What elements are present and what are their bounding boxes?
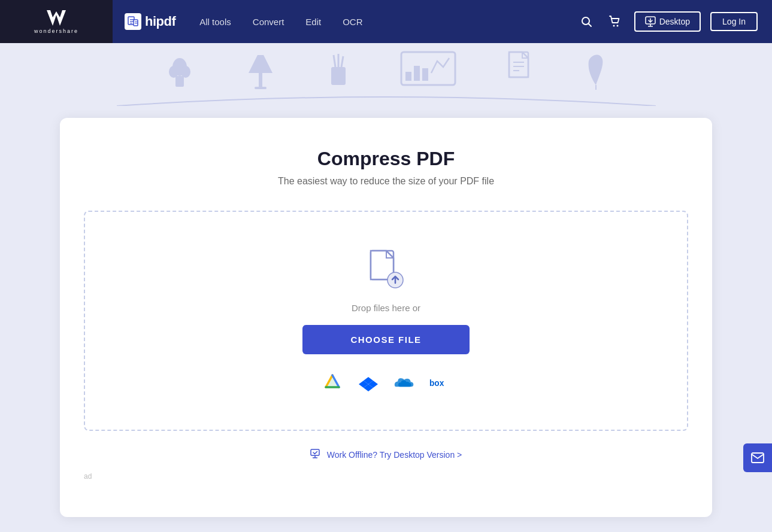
svg-rect-3: [130, 21, 134, 22]
nav-ocr[interactable]: OCR: [343, 17, 362, 27]
nav-convert[interactable]: Convert: [253, 17, 284, 27]
svg-point-17: [172, 58, 187, 76]
main-card: Compress PDF The easiest way to reduce t…: [60, 118, 712, 517]
svg-point-18: [169, 66, 178, 78]
svg-rect-31: [509, 52, 528, 77]
desktop-btn-label: Desktop: [659, 17, 690, 26]
ws-brand-text: wondershare: [34, 28, 78, 34]
search-button[interactable]: [577, 12, 596, 31]
cart-button[interactable]: [606, 12, 625, 31]
floating-email-button[interactable]: [743, 443, 772, 472]
hipdf-brand-area: hipdf: [113, 13, 187, 30]
svg-line-9: [588, 24, 591, 27]
svg-text:box: box: [429, 379, 444, 388]
svg-rect-30: [422, 68, 428, 81]
drop-zone[interactable]: Drop files here or CHOOSE FILE: [84, 211, 688, 431]
nav-edit[interactable]: Edit: [305, 17, 321, 27]
svg-line-24: [334, 55, 335, 67]
svg-rect-49: [311, 449, 319, 455]
svg-rect-7: [135, 23, 138, 24]
svg-rect-16: [175, 76, 184, 87]
header: wondershare hipdf All tools Convert Edit…: [0, 0, 772, 43]
arch-decoration: [0, 88, 772, 106]
search-icon: [580, 16, 592, 28]
dropbox-icon[interactable]: [358, 372, 379, 394]
login-btn-label: Log In: [722, 17, 746, 26]
wondershare-logo[interactable]: wondershare: [0, 0, 113, 43]
svg-rect-6: [135, 22, 138, 22]
ws-logo-icon: [44, 9, 68, 27]
svg-rect-5: [134, 20, 138, 26]
login-button[interactable]: Log In: [710, 12, 758, 31]
hipdf-label: hipdf: [145, 14, 175, 29]
svg-marker-0: [47, 10, 66, 26]
svg-rect-29: [414, 66, 420, 81]
ad-area: ad: [84, 470, 688, 481]
offline-link[interactable]: Work Offline? Try Desktop Version >: [327, 450, 462, 460]
choose-file-button[interactable]: CHOOSE FILE: [302, 325, 469, 354]
box-icon[interactable]: box: [429, 372, 451, 394]
email-icon: [751, 452, 764, 463]
svg-rect-2: [130, 19, 134, 20]
svg-rect-21: [259, 73, 262, 88]
svg-marker-20: [249, 55, 273, 73]
cloud-services: box: [322, 372, 451, 394]
main-content: Compress PDF The easiest way to reduce t…: [0, 106, 772, 532]
offline-bar: Work Offline? Try Desktop Version >: [84, 449, 688, 461]
svg-rect-23: [331, 67, 346, 85]
cart-icon: [608, 15, 622, 28]
ad-label: ad: [84, 472, 92, 481]
svg-line-26: [341, 56, 343, 67]
main-nav: All tools Convert Edit OCR: [199, 17, 362, 27]
nav-all-tools[interactable]: All tools: [199, 17, 231, 27]
svg-rect-28: [405, 72, 411, 81]
svg-rect-27: [401, 52, 455, 85]
page-title: Compress PDF: [84, 148, 688, 170]
svg-rect-4: [130, 23, 132, 23]
upload-icon: [367, 248, 405, 291]
svg-point-10: [613, 25, 614, 27]
google-drive-icon[interactable]: [322, 372, 343, 394]
svg-point-19: [181, 66, 190, 78]
drop-text: Drop files here or: [352, 303, 420, 313]
desktop-small-icon: [310, 449, 322, 461]
bg-decoration: [0, 43, 772, 91]
hipdf-logo-icon: [125, 13, 141, 30]
desktop-button[interactable]: Desktop: [634, 11, 701, 32]
svg-point-11: [616, 25, 618, 27]
desktop-icon: [645, 16, 656, 27]
page-subtitle: The easiest way to reduce the size of yo…: [84, 176, 688, 187]
onedrive-icon[interactable]: [393, 372, 415, 394]
header-right: Desktop Log In: [577, 11, 772, 32]
svg-rect-22: [255, 87, 267, 89]
